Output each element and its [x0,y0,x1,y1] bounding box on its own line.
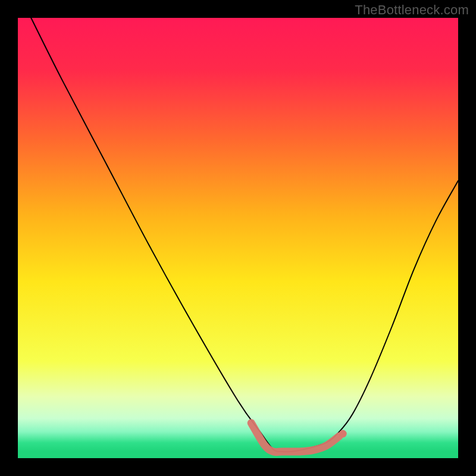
watermark-label: TheBottleneck.com [355,2,469,18]
chart-frame: TheBottleneck.com [0,0,476,476]
valley-end-dot [339,430,347,438]
bottleneck-chart [0,0,476,476]
plot-background [18,18,458,458]
